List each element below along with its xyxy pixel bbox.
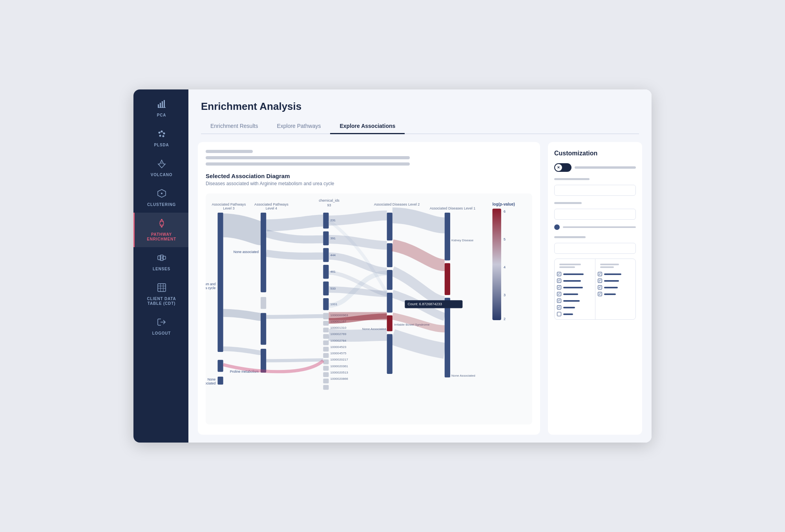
svg-text:Kidney Disease: Kidney Disease [451, 239, 474, 242]
checkbox[interactable]: ✓ [557, 292, 561, 296]
svg-text:None: None [208, 377, 216, 381]
customization-input-3[interactable] [554, 243, 636, 254]
diagram-section: Selected Association Diagram Diseases as… [198, 142, 540, 435]
checkbox[interactable]: ✓ [598, 292, 602, 296]
tab-enrichment-results[interactable]: Enrichment Results [201, 119, 267, 134]
svg-line-11 [162, 131, 164, 133]
customization-input-1[interactable] [554, 185, 636, 196]
svg-rect-46 [261, 213, 266, 292]
checkbox-row: ✓ [557, 285, 593, 290]
col-header [598, 262, 633, 270]
svg-text:6: 6 [504, 210, 506, 213]
checkbox-row: ✓ [598, 292, 633, 296]
svg-rect-24 [158, 284, 166, 292]
sidebar-item-label-cdt: CLIENT DATATABLE (CDT) [147, 297, 176, 306]
sidebar-item-cdt[interactable]: CLIENT DATATABLE (CDT) [133, 277, 188, 312]
toggle-button[interactable]: ✕ [554, 163, 571, 172]
sidebar-item-volcano[interactable]: VOLCANO [133, 153, 188, 183]
sidebar-item-lenses[interactable]: LENSES [133, 247, 188, 277]
cb-bar [563, 287, 583, 288]
svg-text:abolism and: abolism and [206, 282, 216, 286]
sidebar-item-label-pca: PCA [157, 113, 166, 118]
svg-rect-54 [323, 248, 329, 262]
logout-icon [157, 317, 167, 329]
filter-bar-medium [206, 156, 410, 159]
sankey-diagram: Associated Pathways Level 3 Associated P… [206, 191, 532, 427]
plsda-icon [157, 129, 167, 140]
sidebar-item-pca[interactable]: PCA [133, 93, 188, 123]
header: Enrichment Analysis Enrichment Results E… [188, 89, 652, 134]
sidebar-item-label-clustering: CLUSTERING [147, 202, 176, 207]
col-header-bar [600, 264, 619, 265]
svg-rect-95 [445, 213, 450, 261]
checkbox[interactable]: ✓ [557, 279, 561, 283]
svg-text:Level 4: Level 4 [266, 206, 277, 210]
svg-text:5: 5 [504, 237, 506, 241]
checkbox-row: ✓ [557, 272, 593, 276]
svg-rect-61 [323, 334, 329, 339]
cb-bar [563, 280, 581, 282]
checkbox[interactable]: ✓ [598, 279, 602, 283]
checkbox-col-left: ✓ ✓ ✓ ✓ [555, 259, 595, 319]
svg-rect-2 [162, 101, 163, 108]
svg-point-20 [161, 226, 162, 228]
sidebar-item-pathway-enrichment[interactable]: PATHWAYENRICHMENT [133, 213, 188, 247]
sidebar-item-label-volcano: VOLCANO [151, 173, 173, 177]
pca-icon [157, 99, 167, 111]
checkbox[interactable]: ✓ [598, 285, 602, 290]
svg-rect-68 [323, 379, 329, 383]
checkbox[interactable]: ✓ [557, 285, 561, 290]
tab-explore-pathways[interactable]: Explore Pathways [267, 119, 330, 134]
tabs: Enrichment Results Explore Pathways Expl… [201, 119, 639, 134]
slider-track[interactable] [563, 226, 636, 228]
svg-text:Level 3: Level 3 [223, 206, 234, 210]
svg-text:93: 93 [327, 203, 331, 207]
col-header [557, 262, 593, 270]
svg-rect-67 [323, 372, 329, 377]
svg-text:None Associated: None Associated [451, 374, 475, 377]
sidebar-item-logout[interactable]: LOGOUT [133, 312, 188, 341]
sidebar-item-clustering[interactable]: CLUSTERING [133, 183, 188, 213]
svg-text:1000020361: 1000020361 [330, 364, 349, 368]
svg-rect-52 [323, 213, 329, 229]
sidebar-item-plsda[interactable]: PLSDA [133, 123, 188, 153]
sidebar-item-label-pathway-enrichment: PATHWAYENRICHMENT [147, 232, 176, 242]
small-bar-1 [554, 178, 590, 180]
svg-rect-63 [323, 347, 329, 352]
content-area: Selected Association Diagram Diseases as… [188, 134, 652, 443]
checkbox[interactable]: ✓ [557, 299, 561, 303]
diagram-subtitle: Diseases associated with Arginine metabo… [206, 181, 532, 186]
svg-text:Associated: Associated [206, 381, 216, 385]
svg-rect-41 [217, 377, 223, 384]
svg-text:Associated Diseases Level 2: Associated Diseases Level 2 [374, 202, 420, 206]
svg-text:1000020513: 1000020513 [330, 371, 349, 374]
checkbox-row: ✓ [557, 292, 593, 296]
checkbox[interactable]: ✓ [557, 305, 561, 310]
page-title: Enrichment Analysis [201, 100, 639, 113]
svg-rect-87 [387, 213, 392, 240]
cdt-icon [157, 282, 167, 294]
checkbox[interactable]: ✓ [557, 272, 561, 276]
svg-rect-64 [323, 353, 329, 358]
svg-text:chemical_ids: chemical_ids [319, 199, 340, 202]
svg-rect-60 [323, 328, 329, 332]
svg-rect-59 [323, 321, 329, 326]
clustering-icon [157, 188, 167, 200]
checkbox-row: ✓ [557, 299, 593, 303]
toggle-row: ✕ [554, 163, 636, 172]
cb-bar [604, 273, 621, 275]
toggle-slider[interactable] [575, 166, 636, 169]
tab-explore-associations[interactable]: Explore Associations [330, 119, 405, 134]
svg-rect-58 [323, 313, 329, 319]
volcano-icon [157, 159, 167, 170]
svg-text:Count: 6.8726874233: Count: 6.8726874233 [407, 302, 442, 306]
cb-bar [563, 307, 575, 308]
svg-text:urea cycle: urea cycle [206, 286, 216, 290]
cb-bar [604, 280, 619, 282]
svg-point-13 [161, 193, 162, 194]
checkbox[interactable]: ✓ [598, 272, 602, 276]
svg-text:Associated Diseases Level 1: Associated Diseases Level 1 [430, 206, 476, 210]
checkbox[interactable] [557, 312, 561, 316]
customization-input-2[interactable] [554, 209, 636, 220]
svg-rect-103 [493, 209, 501, 320]
